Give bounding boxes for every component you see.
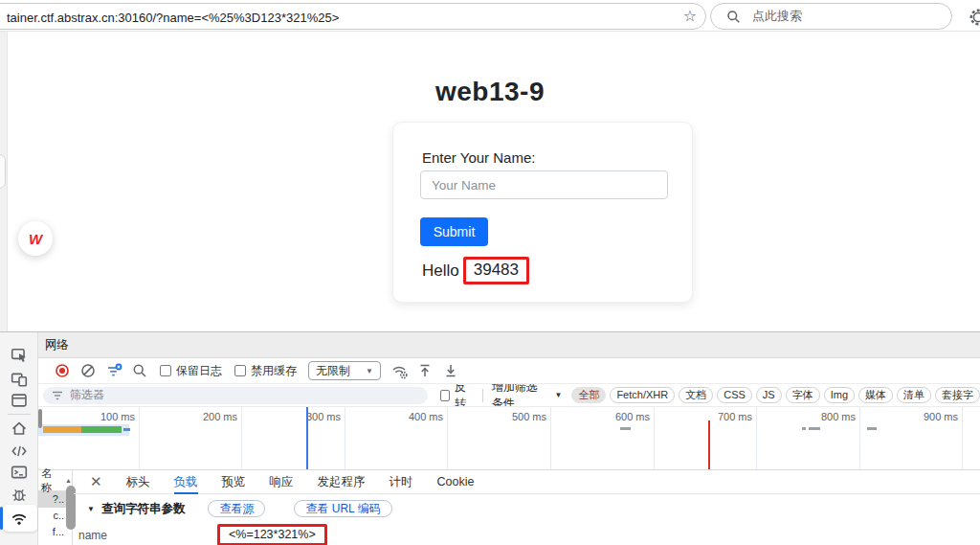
view-url-encoded-button[interactable]: 查看 URL 编码: [294, 500, 391, 517]
import-har-icon[interactable]: [417, 363, 433, 378]
invert-label: 反转: [455, 384, 474, 407]
tab-cookie[interactable]: Cookie: [437, 470, 475, 494]
network-detail-area: 名称 ▲ ?.. c.. f... ✕ 标头 负载 预览 响应 发起程序 计时 …: [38, 470, 980, 545]
section-expand-icon[interactable]: ▼: [87, 505, 95, 513]
device-toolbar-icon[interactable]: [11, 371, 28, 388]
record-icon[interactable]: [55, 363, 70, 378]
submit-button[interactable]: Submit: [420, 217, 488, 246]
more-filters-dropdown[interactable]: 增加筛选条件 ▼: [492, 384, 563, 407]
close-detail-icon[interactable]: ✕: [90, 473, 102, 490]
query-params-title: 查询字符串参数: [101, 501, 186, 517]
greeting-value: 39483: [474, 261, 519, 279]
code-icon[interactable]: [11, 443, 28, 460]
filter-input[interactable]: 筛选器: [43, 387, 428, 404]
network-overview-timeline[interactable]: 100 ms 200 ms 300 ms 400 ms 500 ms 600 m…: [38, 407, 980, 470]
greeting-value-annotation: 39483: [463, 257, 529, 284]
dom-content-loaded-marker: [306, 407, 308, 470]
waterfall-waiting-bar: [43, 426, 81, 433]
invert-checkbox[interactable]: [440, 390, 450, 401]
small-request-bar: [620, 427, 631, 430]
page-title: web13-9: [0, 77, 980, 107]
pill-media[interactable]: 媒体: [858, 387, 893, 403]
small-request-bar: [867, 427, 877, 430]
tick-400ms: 400 ms: [382, 411, 443, 422]
console-icon[interactable]: [11, 464, 28, 481]
query-params-section: ▼ 查询字符串参数 查看源 查看 URL 编码: [87, 500, 392, 517]
tab-timing[interactable]: 计时: [390, 470, 413, 494]
clear-icon[interactable]: [80, 363, 96, 378]
tick-600ms: 600 ms: [589, 411, 650, 422]
tick-200ms: 200 ms: [176, 411, 237, 422]
search-box[interactable]: 点此搜索: [710, 3, 952, 30]
tab-initiator[interactable]: 发起程序: [318, 470, 366, 494]
home-icon[interactable]: [11, 420, 28, 437]
settings-gear-icon[interactable]: [969, 8, 980, 27]
floating-logo-button[interactable]: W: [18, 221, 53, 256]
greeting-text: Hello: [422, 261, 459, 281]
filter-divider: [482, 389, 483, 402]
filter-toggle-icon[interactable]: [106, 363, 122, 378]
small-request-bar: [802, 427, 806, 430]
form-label: Enter Your Name:: [422, 149, 535, 166]
browser-window: tainer.ctf.abstrax.cn:30160/?name=<%25%3…: [0, 0, 980, 545]
query-param-row: name <%=123*321%>: [78, 524, 327, 545]
browser-chrome: tainer.ctf.abstrax.cn:30160/?name=<%25%3…: [0, 0, 980, 32]
export-har-icon[interactable]: [443, 363, 458, 378]
pill-css[interactable]: CSS: [717, 387, 752, 403]
param-value: <%=123*321%>: [229, 528, 316, 541]
tab-payload[interactable]: 负载: [174, 470, 198, 494]
request-type-pills: 全部 Fetch/XHR 文档 CSS JS 字体 Img 媒体 清单 套接字: [571, 387, 980, 403]
throttling-dropdown[interactable]: 无限制 ▼: [308, 361, 381, 380]
pill-all[interactable]: 全部: [571, 387, 606, 403]
network-wifi-icon[interactable]: [11, 510, 28, 527]
devtools-panel: 网络: [0, 331, 980, 545]
overview-scroll-nub[interactable]: [38, 409, 42, 428]
request-detail-panel: ✕ 标头 负载 预览 响应 发起程序 计时 Cookie ▼ 查询字符串参数 查…: [74, 470, 980, 545]
gridline: [962, 407, 963, 470]
tick-700ms: 700 ms: [691, 411, 752, 422]
network-search-icon[interactable]: [132, 363, 147, 378]
network-panel-title: 网络: [45, 338, 69, 352]
pill-font[interactable]: 字体: [786, 387, 820, 403]
pill-fetch-xhr[interactable]: Fetch/XHR: [610, 387, 675, 403]
strip-divider: [8, 414, 31, 415]
disable-cache-checkbox[interactable]: [234, 365, 246, 376]
logo-letter: W: [29, 231, 42, 247]
gridline: [241, 407, 242, 470]
tab-response[interactable]: 响应: [270, 470, 294, 494]
gridline: [859, 407, 860, 470]
search-icon: [726, 10, 741, 24]
pill-socket[interactable]: 套接字: [935, 387, 980, 403]
sort-asc-icon: ▲: [65, 477, 72, 484]
devtools-header: 网络: [38, 332, 980, 358]
name-form-card: Enter Your Name: Submit Hello 39483: [392, 122, 693, 303]
view-source-button[interactable]: 查看源: [208, 500, 265, 517]
detail-tabbar: ✕ 标头 负载 预览 响应 发起程序 计时 Cookie: [74, 470, 980, 494]
address-bar[interactable]: tainer.ctf.abstrax.cn:30160/?name=<%25%3…: [0, 3, 706, 30]
inspect-element-icon[interactable]: [11, 347, 28, 364]
tab-headers[interactable]: 标头: [126, 470, 150, 494]
debug-bug-icon[interactable]: [11, 486, 28, 503]
gridline: [447, 407, 448, 470]
tab-preview[interactable]: 预览: [222, 470, 246, 494]
pill-manifest[interactable]: 清单: [897, 387, 931, 403]
small-request-bar: [809, 427, 820, 430]
disable-cache-label: 禁用缓存: [251, 363, 297, 379]
network-conditions-icon[interactable]: [391, 363, 407, 378]
preserve-log-checkbox[interactable]: [160, 365, 171, 376]
active-panel-indicator: [0, 507, 3, 530]
tick-900ms: 900 ms: [897, 411, 958, 422]
gridline: [654, 407, 655, 470]
name-column-header[interactable]: 名称: [41, 466, 60, 495]
filter-funnel-icon: [52, 390, 63, 401]
pill-img[interactable]: Img: [824, 387, 855, 403]
pill-doc[interactable]: 文档: [679, 387, 713, 403]
url-text[interactable]: tainer.ctf.abstrax.cn:30160/?name=<%25%3…: [7, 11, 339, 25]
network-toolbar: 保留日志 禁用缓存 无限制 ▼: [38, 358, 980, 384]
bookmark-star-icon[interactable]: ☆: [683, 7, 697, 25]
pill-js[interactable]: JS: [756, 387, 782, 403]
gridline: [139, 407, 140, 470]
name-input[interactable]: [420, 170, 668, 199]
edge-handle[interactable]: [0, 154, 6, 189]
browser-window-icon[interactable]: [11, 392, 28, 409]
